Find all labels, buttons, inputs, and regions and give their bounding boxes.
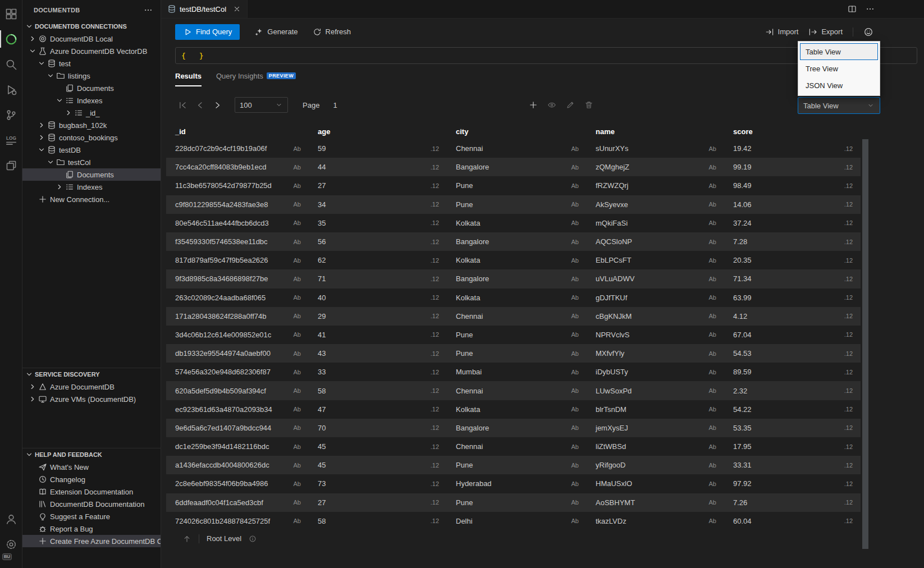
cell-city[interactable]: PuneAb bbox=[447, 200, 587, 209]
cell-city[interactable]: ChennaiAb bbox=[447, 312, 587, 320]
cell-age[interactable]: 27.12 bbox=[309, 498, 447, 507]
cell-id[interactable]: ec923b61d63a4870a2093b34Ab bbox=[166, 405, 309, 414]
cell-age[interactable]: 71.12 bbox=[309, 274, 447, 283]
cell-score[interactable]: 67.04.12 bbox=[724, 331, 861, 339]
table-row[interactable]: 80e546c511ae444fbcb6dcd3Ab35.12KolkataAb… bbox=[166, 214, 861, 232]
tab-testdb-testcol[interactable]: testDB/testCol bbox=[161, 0, 248, 18]
tree-item-indexes[interactable]: Indexes bbox=[22, 94, 161, 107]
table-row[interactable]: 6ddfeaadf0c04f1ca5ed3cbfAb27.12PuneAbAoS… bbox=[166, 493, 861, 512]
tree-item-indexes[interactable]: Indexes bbox=[22, 181, 161, 193]
table-row[interactable]: 9e6d5a6c7ed1407a9bdcc944Ab70.12Bangalore… bbox=[166, 419, 861, 437]
tree-item-azure-vms-documentdb[interactable]: Azure VMs (DocumentDB) bbox=[22, 393, 161, 405]
delete-document-icon[interactable] bbox=[584, 100, 593, 109]
cell-city[interactable]: HyderabadAb bbox=[447, 479, 587, 488]
table-row[interactable]: 817d879af59c47f9b5ea2626Ab62.12KolkataAb… bbox=[166, 251, 861, 269]
cell-name[interactable]: NPRVclvSAb bbox=[587, 331, 724, 339]
tree-item-testdb[interactable]: testDB bbox=[22, 144, 161, 156]
cell-city[interactable]: MumbaiAb bbox=[447, 368, 587, 376]
cell-name[interactable]: cBgKNJkMAb bbox=[587, 312, 724, 320]
cell-id[interactable]: 817d879af59c47f9b5ea2626Ab bbox=[166, 256, 309, 264]
table-row[interactable]: db19332e95544974a0aebf00Ab43.12PuneAbMXf… bbox=[166, 344, 861, 363]
cell-score[interactable]: 89.59.12 bbox=[724, 368, 861, 376]
section-header-service-discovery[interactable]: SERVICE DISCOVERY bbox=[22, 368, 161, 381]
section-header-help-and-feedback[interactable]: HELP AND FEEDBACK bbox=[22, 448, 161, 461]
tree-item-listings[interactable]: listings bbox=[22, 70, 161, 82]
cell-age[interactable]: 27.12 bbox=[309, 181, 447, 190]
export-button[interactable]: Export bbox=[808, 28, 843, 36]
cell-city[interactable]: KolkataAb bbox=[447, 294, 587, 302]
section-header-documentdb-connections[interactable]: DOCUMENTDB CONNECTIONS bbox=[22, 20, 161, 33]
cell-name[interactable]: sUnurXYsAb bbox=[587, 144, 724, 153]
cell-age[interactable]: 56.12 bbox=[309, 237, 447, 246]
cell-id[interactable]: dc1e259be3f94d1482116bdcAb bbox=[166, 442, 309, 451]
tree-item-test[interactable]: test bbox=[22, 57, 161, 70]
cell-score[interactable]: 33.31.12 bbox=[724, 461, 861, 469]
cell-name[interactable]: uVLuADWVAb bbox=[587, 274, 724, 283]
cell-city[interactable]: KolkataAb bbox=[447, 219, 587, 227]
refresh-button[interactable]: Refresh bbox=[313, 28, 351, 36]
more-actions-icon[interactable] bbox=[866, 4, 875, 13]
cell-score[interactable]: 2.32.12 bbox=[724, 387, 861, 395]
cell-city[interactable]: KolkataAb bbox=[447, 256, 587, 264]
tree-item-azure-documentdb-vectordb[interactable]: Azure DocumentDB VectorDB bbox=[22, 45, 161, 57]
cell-name[interactable]: liZtWBSdAb bbox=[587, 442, 724, 451]
cell-name[interactable]: yRifgooDAb bbox=[587, 461, 724, 469]
cell-name[interactable]: LUwSoxPdAb bbox=[587, 387, 724, 395]
tree-item-bugbash-102k[interactable]: bugbash_102k bbox=[22, 119, 161, 131]
cell-id[interactable]: 171a280438624f288a0ff74bAb bbox=[166, 312, 309, 320]
cell-id[interactable]: f35459330f5746538ee11dbcAb bbox=[166, 237, 309, 246]
cell-age[interactable]: 45.12 bbox=[309, 461, 447, 469]
cell-name[interactable]: zQMghejZAb bbox=[587, 163, 724, 171]
cell-id[interactable]: 263c02089c24aadba68f065Ab bbox=[166, 294, 309, 302]
cell-id[interactable]: 9f3d8985c8a34686898f27beAb bbox=[166, 274, 309, 283]
cell-city[interactable]: KolkataAb bbox=[447, 405, 587, 414]
table-row[interactable]: 2c8e6ebf98354f06b9ba4986Ab73.12Hyderabad… bbox=[166, 474, 861, 493]
view-document-icon[interactable] bbox=[547, 100, 556, 109]
table-row[interactable]: c9f8012298554a2483fae3e8Ab34.12PuneAbAkS… bbox=[166, 195, 861, 214]
cell-city[interactable]: ChennaiAb bbox=[447, 144, 587, 153]
tree-item-new-connection[interactable]: New Connection... bbox=[22, 193, 161, 205]
cell-city[interactable]: BangaloreAb bbox=[447, 274, 587, 283]
cell-age[interactable]: 40.12 bbox=[309, 294, 447, 302]
menu-item-json-view[interactable]: JSON View bbox=[800, 77, 878, 94]
source-control-view-item[interactable] bbox=[0, 102, 22, 127]
log-view-item[interactable]: LOG bbox=[0, 127, 22, 153]
table-row[interactable]: a1436efaccdb4004800626dcAb45.12PuneAbyRi… bbox=[166, 456, 861, 474]
tab-query-insights[interactable]: Query Insights PREVIEW bbox=[216, 66, 296, 86]
settings-gear-item[interactable]: BU bbox=[0, 532, 22, 557]
tab-results[interactable]: Results bbox=[175, 66, 202, 86]
table-row[interactable]: 724026c801b248878425725fAb58.12DelhiAbtk… bbox=[166, 512, 861, 530]
cell-name[interactable]: jemXysEJAb bbox=[587, 424, 724, 432]
table-row[interactable]: ec923b61d63a4870a2093b34Ab47.12KolkataAb… bbox=[166, 400, 861, 419]
previous-page-icon[interactable] bbox=[195, 100, 205, 110]
cell-city[interactable]: ChennaiAb bbox=[447, 387, 587, 395]
scrollbar[interactable] bbox=[862, 139, 868, 549]
table-row[interactable]: f35459330f5746538ee11dbcAb56.12Bangalore… bbox=[166, 232, 861, 251]
cell-id[interactable]: db19332e95544974a0aebf00Ab bbox=[166, 349, 309, 358]
cell-id[interactable]: 80e546c511ae444fbcb6dcd3Ab bbox=[166, 219, 309, 227]
table-row[interactable]: 228dc07c2b9c4cf19b19a06fAb59.12ChennaiAb… bbox=[166, 139, 861, 158]
table-row[interactable]: 574e56a320e948d682306f87Ab33.12MumbaiAbi… bbox=[166, 363, 861, 381]
cell-id[interactable]: 228dc07c2b9c4cf19b19a06fAb bbox=[166, 144, 309, 153]
cell-score[interactable]: 14.06.12 bbox=[724, 200, 861, 209]
import-button[interactable]: Import bbox=[765, 28, 799, 36]
cell-age[interactable]: 58.12 bbox=[309, 387, 447, 395]
blocks-icon-item[interactable] bbox=[0, 1, 22, 26]
cell-city[interactable]: PuneAb bbox=[447, 331, 587, 339]
tree-item-contoso-bookings[interactable]: contoso_bookings bbox=[22, 131, 161, 144]
edit-document-icon[interactable] bbox=[566, 100, 575, 109]
cell-score[interactable]: 7.26.12 bbox=[724, 498, 861, 507]
cell-score[interactable]: 19.42.12 bbox=[724, 144, 861, 153]
cell-city[interactable]: PuneAb bbox=[447, 181, 587, 190]
cell-score[interactable]: 60.04.12 bbox=[724, 517, 861, 525]
add-document-icon[interactable] bbox=[529, 100, 538, 109]
cell-age[interactable]: 33.12 bbox=[309, 368, 447, 376]
feedback-smiley-icon[interactable] bbox=[863, 27, 873, 37]
cell-city[interactable]: BangaloreAb bbox=[447, 163, 587, 171]
view-select[interactable]: Table View bbox=[798, 97, 880, 114]
cell-name[interactable]: HMaUSxlOAb bbox=[587, 479, 724, 488]
cell-name[interactable]: fRZWZQrjAb bbox=[587, 181, 724, 190]
cell-city[interactable]: BangaloreAb bbox=[447, 237, 587, 246]
cell-id[interactable]: 2c8e6ebf98354f06b9ba4986Ab bbox=[166, 479, 309, 488]
cell-score[interactable]: 37.24.12 bbox=[724, 219, 861, 227]
